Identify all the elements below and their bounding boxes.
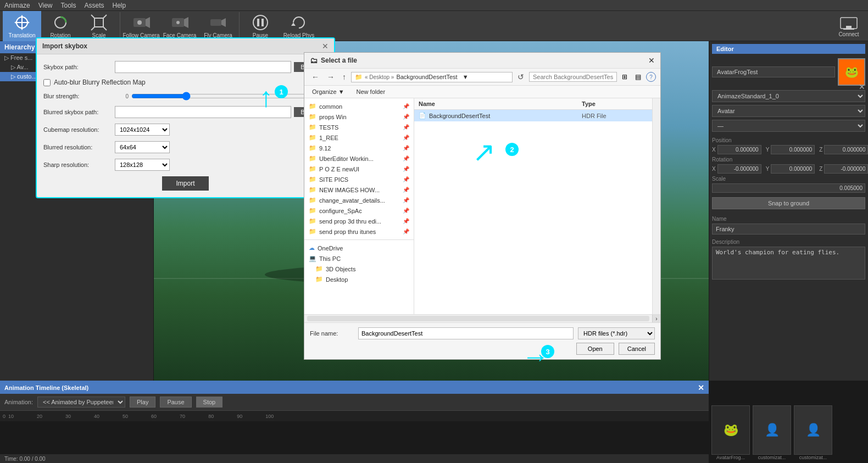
- menu-animaze[interactable]: Animaze: [4, 2, 30, 9]
- organize-button[interactable]: Organize ▼: [309, 87, 348, 96]
- pos-z-input[interactable]: [824, 145, 868, 154]
- scale-input[interactable]: [712, 183, 865, 193]
- file-item-desert-test[interactable]: 📄 BackgroundDesertTest HDR File: [414, 110, 652, 121]
- file-scrollbar[interactable]: [652, 98, 660, 314]
- view-options-button[interactable]: ⊞: [619, 71, 630, 82]
- play-button[interactable]: Play: [130, 397, 155, 408]
- svg-marker-5: [14, 21, 17, 24]
- help-button[interactable]: ?: [646, 72, 656, 82]
- auto-blur-label: Auto-blur Blurry Reflection Map: [54, 79, 146, 86]
- svg-rect-19: [210, 19, 221, 26]
- standard-select[interactable]: AnimazeStandard_1_0: [712, 90, 865, 102]
- nav-onedrive[interactable]: ☁OneDrive: [304, 243, 414, 253]
- nav-ubereditor[interactable]: 📁UberEditor Workin...📌: [304, 153, 414, 164]
- file-right-panel: Name Type 📄 BackgroundDesertTest HDR Fil…: [414, 98, 652, 314]
- file-column-headers: Name Type: [414, 98, 652, 110]
- svg-point-21: [253, 15, 268, 30]
- nav-new-images[interactable]: 📁NEW IMAGES HOW...📌: [304, 185, 414, 195]
- svg-point-15: [137, 20, 142, 25]
- file-type-select[interactable]: HDR files (*.hdr): [578, 327, 655, 339]
- nav-configure-spac[interactable]: 📁configure_SpAc📌: [304, 205, 414, 216]
- char-desc-textarea[interactable]: World's champion for eating flies.: [712, 247, 865, 280]
- nav-props-win[interactable]: 📁props Win📌: [304, 111, 414, 122]
- search-input[interactable]: [529, 72, 617, 82]
- menu-assets[interactable]: Assets: [85, 2, 104, 9]
- forward-button[interactable]: →: [324, 71, 337, 82]
- rot-x-input[interactable]: [717, 164, 761, 174]
- nav-3d-objects[interactable]: 📁3D Objects: [304, 264, 414, 274]
- skybox-path-label: Skybox path:: [43, 64, 115, 70]
- nav-this-pc[interactable]: 💻This PC: [304, 253, 414, 264]
- sharp-res-select[interactable]: 128x128: [115, 159, 170, 171]
- file-browser-close[interactable]: ✕: [648, 56, 655, 65]
- footer-buttons: Open Cancel: [310, 343, 655, 355]
- svg-rect-8: [94, 18, 103, 27]
- auto-blur-checkbox[interactable]: [43, 79, 51, 86]
- avatar-subtype-select[interactable]: —: [712, 120, 865, 132]
- nav-site-pics[interactable]: 📁SITE PICS📌: [304, 174, 414, 185]
- snap-to-ground-button[interactable]: Snap to ground: [712, 197, 865, 209]
- horizontal-scrollbar[interactable]: ›: [304, 314, 660, 322]
- animation-select[interactable]: << Animated by Puppeteer >>: [37, 397, 125, 408]
- connect-panel: Connect: [832, 12, 865, 40]
- nav-send-prop-3d[interactable]: 📁send prop 3d thru edi...📌: [304, 216, 414, 226]
- avatar-name-input[interactable]: [712, 66, 835, 77]
- cubemap-res-select[interactable]: 1024x1024: [115, 124, 170, 136]
- nav-tests[interactable]: 📁TESTS📌: [304, 122, 414, 132]
- rot-z-input[interactable]: [824, 164, 868, 174]
- new-folder-button[interactable]: New folder: [353, 87, 389, 96]
- divider-1: [304, 239, 414, 240]
- callout-3: 3: [541, 345, 554, 358]
- nav-poze[interactable]: 📁P O Z E newUI📌: [304, 164, 414, 174]
- import-skybox-title-bar: Import skybox ✕: [37, 38, 334, 54]
- import-skybox-close[interactable]: ✕: [322, 42, 329, 51]
- avatar-type-select[interactable]: Avatar: [712, 105, 865, 117]
- thumb-2[interactable]: 👤 customizat...: [794, 405, 832, 460]
- pos-x-input[interactable]: [717, 145, 761, 154]
- translation-label: Translation: [8, 32, 35, 38]
- nav-common[interactable]: 📁common📌: [304, 101, 414, 111]
- import-button[interactable]: Import: [162, 176, 208, 191]
- pause-timeline-button[interactable]: Pause: [160, 397, 191, 408]
- editor-close[interactable]: ✕: [859, 82, 865, 91]
- back-button[interactable]: ←: [309, 71, 322, 82]
- filename-input[interactable]: [358, 327, 574, 339]
- svg-rect-26: [846, 26, 852, 29]
- thumb-0[interactable]: 🐸 AvatarFrog...: [711, 405, 750, 460]
- view-list-button[interactable]: ▤: [632, 71, 644, 82]
- callout-2: 2: [505, 143, 519, 156]
- up-button[interactable]: ↑: [340, 71, 349, 82]
- bottom-thumbnails: 🐸 AvatarFrog... 👤 customizat... 👤 custom…: [709, 381, 868, 463]
- blurred-res-select[interactable]: 64x64: [115, 141, 170, 153]
- refresh-path-button[interactable]: ↺: [515, 71, 527, 82]
- rot-y-input[interactable]: [771, 164, 815, 174]
- svg-line-10: [103, 15, 107, 18]
- scroll-right-btn[interactable]: ›: [652, 315, 660, 323]
- description-label: Description: [712, 239, 865, 245]
- nav-send-prop-itunes[interactable]: 📁send prop thru itunes📌: [304, 226, 414, 237]
- menu-tools[interactable]: Tools: [60, 2, 76, 9]
- col-type-header[interactable]: Type: [582, 101, 648, 107]
- char-name-input[interactable]: [712, 224, 865, 235]
- col-name-header[interactable]: Name: [419, 101, 582, 107]
- skybox-path-input[interactable]: [115, 61, 291, 73]
- nav-desktop[interactable]: 📁Desktop: [304, 274, 414, 285]
- pos-y-input[interactable]: [771, 145, 815, 154]
- menu-bar: Animaze View Tools Assets Help: [0, 0, 868, 11]
- connect-label[interactable]: Connect: [838, 31, 859, 37]
- skybox-path-row: Skybox path: Browse: [43, 61, 327, 73]
- menu-help[interactable]: Help: [113, 2, 126, 9]
- nav-912[interactable]: 📁9.12📌: [304, 143, 414, 153]
- nav-1ree[interactable]: 📁1_REE📌: [304, 132, 414, 143]
- stop-button[interactable]: Stop: [196, 397, 223, 408]
- timeline-track[interactable]: [0, 421, 709, 454]
- menu-view[interactable]: View: [38, 2, 53, 9]
- blur-strength-label: Blur strength:: [43, 93, 115, 99]
- path-box[interactable]: 📁 « Desktop » BackgroundDesertTest ▼: [351, 72, 513, 82]
- open-button[interactable]: Open: [576, 343, 614, 355]
- avatar-thumbnail: 🐸: [838, 58, 865, 86]
- nav-change-avatar[interactable]: 📁change_avatar_details...📌: [304, 195, 414, 205]
- thumb-1[interactable]: 👤 customizat...: [753, 405, 791, 460]
- cancel-button[interactable]: Cancel: [619, 343, 655, 355]
- timeline-close[interactable]: ✕: [698, 383, 704, 392]
